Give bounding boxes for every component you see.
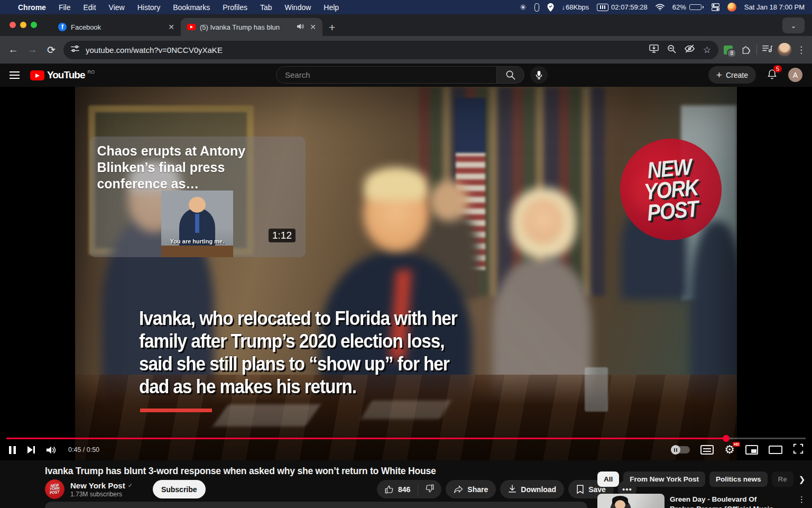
menu-file[interactable]: File (59, 3, 71, 12)
menu-help[interactable]: Help (324, 3, 339, 12)
close-window-button[interactable] (10, 22, 16, 28)
menu-history[interactable]: History (137, 3, 161, 12)
subtitles-button[interactable] (700, 445, 714, 455)
chrome-menu-icon[interactable]: ⋮ (797, 44, 806, 56)
related-menu-icon[interactable]: ⋮ (798, 494, 809, 508)
chrome-profile-avatar[interactable] (778, 43, 791, 57)
menu-chrome[interactable]: Chrome (18, 3, 46, 12)
video-player[interactable]: Chaos erupts at Antony Blinken’s final p… (0, 87, 812, 460)
video-art-person (419, 210, 479, 300)
volume-button[interactable] (46, 446, 57, 455)
zoom-icon[interactable] (667, 44, 676, 56)
related-thumbnail[interactable] (597, 494, 665, 508)
video-art-trump (363, 176, 429, 251)
preview-art-head (189, 197, 206, 213)
fullscreen-button[interactable] (793, 443, 804, 456)
create-button[interactable]: + Create (708, 66, 756, 84)
menu-edit[interactable]: Edit (83, 3, 96, 12)
youtube-avatar[interactable]: A (788, 68, 802, 82)
time-display: 0:45 / 0:50 (68, 446, 99, 453)
new-tab-button[interactable]: + (329, 22, 335, 33)
channel-name[interactable]: New York Post (70, 481, 125, 490)
player-controls: 0:45 / 0:50 ⚙HD (0, 439, 812, 460)
minimize-window-button[interactable] (20, 22, 26, 28)
password-eye-icon[interactable] (685, 44, 695, 55)
description-box[interactable] (45, 502, 587, 508)
zoom-window-button[interactable] (31, 22, 37, 28)
wifi-icon[interactable] (656, 4, 665, 11)
control-center-icon[interactable] (712, 3, 719, 11)
next-button[interactable] (27, 446, 35, 454)
related-title[interactable]: Green Day - Boulevard Of Broken Dreams [… (670, 494, 792, 508)
guide-menu-icon[interactable] (10, 71, 20, 78)
download-button[interactable]: Download (500, 480, 564, 498)
forward-button[interactable]: → (25, 44, 39, 56)
battery-status[interactable]: 62% (672, 3, 704, 11)
subscribe-button[interactable]: Subscribe (153, 480, 206, 498)
dislike-button[interactable] (418, 484, 441, 495)
tab-search-button[interactable]: ⌄ (782, 17, 805, 33)
youtube-logo[interactable]: YouTube RO (30, 69, 95, 81)
chip-from-channel[interactable]: From New York Post (623, 471, 705, 487)
url-text[interactable]: youtube.com/watch?v=0NCCV0yXaKE (86, 46, 643, 55)
extensions-puzzle-icon[interactable] (741, 44, 751, 56)
chip-truncated[interactable]: Re (772, 471, 793, 487)
search-box[interactable] (276, 66, 497, 84)
battery-icon (689, 4, 702, 10)
related-video-item[interactable]: Green Day - Boulevard Of Broken Dreams [… (597, 494, 809, 508)
video-title: Ivanka Trump has blunt 3-word response w… (45, 466, 574, 477)
related-art-face (615, 500, 625, 508)
tab-youtube-active[interactable]: (5) Ivanka Trump has blun ✕ (181, 18, 322, 36)
tab-audio-icon[interactable] (297, 23, 304, 31)
back-button[interactable]: ← (6, 44, 20, 56)
player-controls-right: ⚙HD (672, 443, 804, 456)
down-arrow-icon: ↓ (562, 3, 566, 11)
bookmark-star-icon[interactable]: ☆ (703, 44, 711, 56)
omnibox[interactable]: youtube.com/watch?v=0NCCV0yXaKE ☆ (63, 41, 718, 59)
menu-bookmarks[interactable]: Bookmarks (173, 3, 210, 12)
chip-all[interactable]: All (597, 471, 619, 487)
install-app-icon[interactable] (649, 44, 659, 55)
menu-tab[interactable]: Tab (260, 3, 272, 12)
media-controls-icon[interactable] (762, 44, 772, 55)
miniplayer-button[interactable] (745, 445, 758, 455)
search-button[interactable] (497, 66, 524, 84)
chips-scroll-chevron-icon[interactable]: ❯ (799, 475, 806, 484)
capsule-icon[interactable] (534, 3, 539, 12)
related-column: All From New York Post Politics news Re … (597, 471, 809, 508)
tab-facebook[interactable]: f Facebook ✕ (52, 18, 181, 36)
search-area (276, 66, 548, 84)
menubar-clock[interactable]: Sat Jan 18 7:00 PM (744, 3, 805, 11)
country-code: RO (87, 69, 95, 75)
omnibox-actions: ☆ (649, 44, 711, 56)
settings-button[interactable]: ⚙HD (724, 444, 735, 456)
menu-profiles[interactable]: Profiles (223, 3, 247, 12)
share-button[interactable]: Share (446, 480, 496, 498)
search-input[interactable] (285, 70, 488, 79)
video-art-trump (364, 167, 428, 201)
autoplay-toggle[interactable] (672, 446, 690, 453)
video-frame[interactable]: Chaos erupts at Antony Blinken’s final p… (75, 87, 737, 460)
next-video-preview-card[interactable]: Chaos erupts at Antony Blinken’s final p… (90, 137, 306, 257)
like-button[interactable]: 846 (377, 485, 418, 494)
channel-avatar[interactable]: NEW YORK POST (45, 479, 64, 499)
reload-button[interactable]: ⟳ (44, 44, 58, 56)
menu-window[interactable]: Window (285, 3, 311, 12)
preview-title: Chaos erupts at Antony Blinken’s final p… (90, 137, 297, 192)
site-settings-icon[interactable] (71, 44, 79, 55)
theater-button[interactable] (769, 446, 782, 454)
quality-badge: HD (733, 442, 740, 447)
video-art-ivanka (522, 199, 564, 244)
chatgpt-icon[interactable]: ✳ (520, 3, 527, 12)
extension-green-icon[interactable]: 8 (724, 46, 733, 55)
location-pin-icon[interactable] (547, 3, 554, 12)
menu-view[interactable]: View (109, 3, 125, 12)
video-art-person (690, 221, 737, 401)
voice-search-button[interactable] (530, 66, 548, 84)
close-tab-icon[interactable]: ✕ (167, 23, 176, 31)
pause-button[interactable] (8, 446, 16, 455)
user-status-icon[interactable] (727, 3, 736, 12)
notifications-button[interactable]: 5 (767, 68, 778, 82)
close-tab-icon[interactable]: ✕ (309, 23, 317, 31)
chip-politics-news[interactable]: Politics news (709, 471, 768, 487)
